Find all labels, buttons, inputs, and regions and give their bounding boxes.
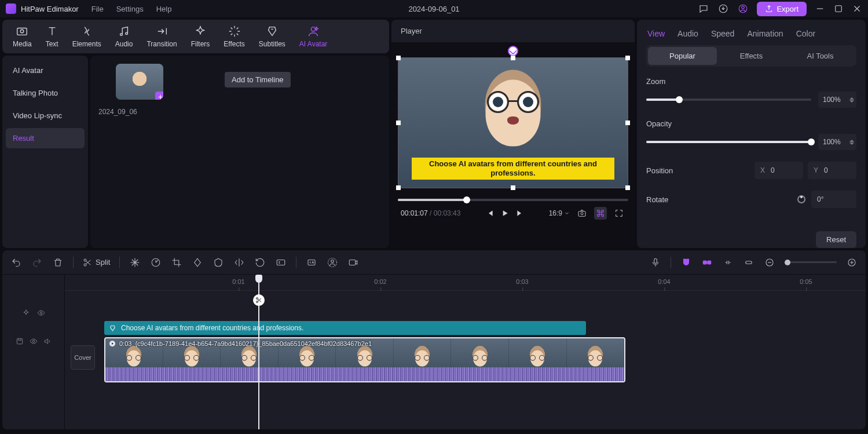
delete-icon[interactable] bbox=[52, 257, 64, 268]
save-icon[interactable] bbox=[16, 337, 24, 345]
reset-button[interactable]: Reset bbox=[816, 231, 856, 248]
speed-icon[interactable] bbox=[150, 257, 162, 268]
eye-icon[interactable] bbox=[30, 337, 38, 345]
keyframe-icon[interactable] bbox=[192, 257, 203, 268]
rotate-icon[interactable] bbox=[254, 257, 266, 268]
tracks-area[interactable]: 0:01 0:02 0:03 0:04 0:05 Choose AI avata… bbox=[65, 275, 866, 429]
close-icon[interactable] bbox=[852, 3, 862, 14]
prev-frame-icon[interactable] bbox=[485, 209, 495, 218]
mask-icon[interactable] bbox=[213, 257, 224, 268]
asset-thumbnail[interactable]: + bbox=[116, 64, 163, 100]
zoom-value[interactable]: 100% bbox=[818, 92, 856, 108]
side-ai-avatar[interactable]: AI Avatar bbox=[6, 60, 85, 81]
rotate-dial-icon[interactable] bbox=[797, 195, 805, 203]
resize-handle[interactable] bbox=[625, 56, 630, 60]
fullscreen-icon[interactable] bbox=[613, 207, 625, 220]
proptab-speed[interactable]: Speed bbox=[711, 29, 734, 38]
playhead-split-icon[interactable] bbox=[253, 294, 265, 306]
record-icon[interactable] bbox=[347, 257, 359, 268]
freeze-icon[interactable] bbox=[129, 257, 141, 268]
voiceover-icon[interactable] bbox=[650, 257, 661, 268]
preview-frame[interactable]: Choose AI avatars from different countri… bbox=[398, 57, 628, 188]
tab-filters[interactable]: Filters bbox=[184, 20, 217, 53]
resize-handle[interactable] bbox=[396, 121, 401, 125]
account-icon[interactable] bbox=[737, 3, 749, 14]
safezone-icon[interactable] bbox=[594, 207, 607, 220]
stepper-up-icon[interactable] bbox=[849, 97, 854, 100]
mirror-icon[interactable] bbox=[233, 257, 245, 268]
minimize-icon[interactable] bbox=[815, 3, 825, 14]
tab-elements[interactable]: Elements bbox=[65, 20, 108, 53]
zoom-slider[interactable] bbox=[646, 99, 811, 101]
opacity-slider[interactable] bbox=[646, 141, 811, 143]
resize-handle[interactable] bbox=[511, 185, 515, 190]
side-talking-photo[interactable]: Talking Photo bbox=[6, 83, 85, 103]
zoom-in-icon[interactable] bbox=[846, 257, 858, 268]
menu-help[interactable]: Help bbox=[156, 5, 172, 13]
tab-audio[interactable]: Audio bbox=[108, 20, 140, 53]
snapshot-icon[interactable] bbox=[576, 207, 588, 220]
menu-settings[interactable]: Settings bbox=[116, 5, 144, 13]
side-result[interactable]: Result bbox=[6, 128, 85, 148]
mute-icon[interactable] bbox=[43, 337, 52, 345]
export-button[interactable]: Export bbox=[757, 2, 807, 16]
rotate-input[interactable]: 0° bbox=[811, 191, 856, 208]
time-ruler[interactable]: 0:01 0:02 0:03 0:04 0:05 bbox=[65, 275, 866, 291]
play-icon[interactable] bbox=[500, 209, 510, 218]
resize-handle[interactable] bbox=[625, 185, 630, 190]
rotate-handle-icon[interactable] bbox=[508, 46, 518, 56]
link-icon[interactable] bbox=[701, 257, 713, 268]
side-video-lipsync[interactable]: Video Lip-sync bbox=[6, 105, 85, 126]
add-to-timeline-icon[interactable]: + bbox=[155, 92, 163, 100]
marker-icon[interactable] bbox=[722, 257, 734, 268]
stepper-down-icon[interactable] bbox=[849, 143, 854, 145]
fit-icon[interactable] bbox=[743, 257, 755, 268]
asset-card[interactable]: + 2024_09_06 bbox=[98, 64, 168, 116]
maximize-icon[interactable] bbox=[833, 3, 844, 14]
resize-handle[interactable] bbox=[396, 185, 401, 190]
tab-transition[interactable]: Transition bbox=[140, 20, 184, 53]
menu-file[interactable]: File bbox=[91, 5, 104, 13]
resize-handle[interactable] bbox=[511, 56, 515, 60]
split-button[interactable]: Split bbox=[83, 258, 110, 267]
stepper-up-icon[interactable] bbox=[849, 140, 854, 142]
subtab-aitools[interactable]: AI Tools bbox=[786, 47, 855, 65]
crop-icon[interactable] bbox=[171, 257, 182, 268]
proptab-color[interactable]: Color bbox=[796, 29, 815, 38]
tab-text[interactable]: Text bbox=[39, 20, 65, 53]
subtab-popular[interactable]: Popular bbox=[648, 47, 717, 65]
sparkle-icon[interactable] bbox=[22, 309, 30, 317]
position-x-input[interactable]: X0 bbox=[755, 162, 803, 179]
resize-handle[interactable] bbox=[625, 121, 630, 125]
scrub-handle[interactable] bbox=[463, 196, 470, 203]
video-clip[interactable]: 0:03 {c9c4fc1b-7189-41e4-b654-7a9bd41602… bbox=[104, 337, 625, 382]
tab-subtitles[interactable]: Subtitles bbox=[252, 20, 292, 53]
feedback-icon[interactable] bbox=[698, 3, 709, 14]
tab-ai-avatar[interactable]: AI Avatar bbox=[292, 20, 334, 53]
aspect-ratio-button[interactable]: 16:9 bbox=[549, 209, 570, 217]
proptab-audio[interactable]: Audio bbox=[677, 29, 698, 38]
ai-icon[interactable] bbox=[306, 257, 317, 268]
next-frame-icon[interactable] bbox=[515, 209, 525, 218]
position-y-input[interactable]: Y0 bbox=[808, 162, 856, 179]
proptab-view[interactable]: View bbox=[647, 29, 665, 38]
subtitle-clip[interactable]: Choose AI avatars from different countri… bbox=[104, 321, 586, 335]
resize-handle[interactable] bbox=[396, 56, 401, 60]
tab-media[interactable]: Media bbox=[6, 20, 39, 53]
subtab-effects[interactable]: Effects bbox=[717, 47, 786, 65]
undo-icon[interactable] bbox=[10, 257, 22, 268]
tab-effects[interactable]: Effects bbox=[217, 20, 251, 53]
zoom-slider[interactable] bbox=[785, 261, 837, 263]
download-icon[interactable] bbox=[717, 3, 729, 14]
caption-icon[interactable] bbox=[275, 257, 287, 268]
eye-icon[interactable] bbox=[37, 309, 45, 317]
proptab-animation[interactable]: Animation bbox=[747, 29, 783, 38]
magnet-icon[interactable] bbox=[680, 257, 692, 268]
playhead[interactable] bbox=[258, 275, 259, 429]
ai-portrait-icon[interactable] bbox=[327, 257, 338, 268]
stepper-down-icon[interactable] bbox=[849, 100, 854, 103]
redo-icon[interactable] bbox=[31, 257, 43, 268]
scrub-bar[interactable] bbox=[398, 199, 628, 201]
zoom-out-icon[interactable] bbox=[764, 257, 775, 268]
opacity-value[interactable]: 100% bbox=[818, 134, 856, 150]
